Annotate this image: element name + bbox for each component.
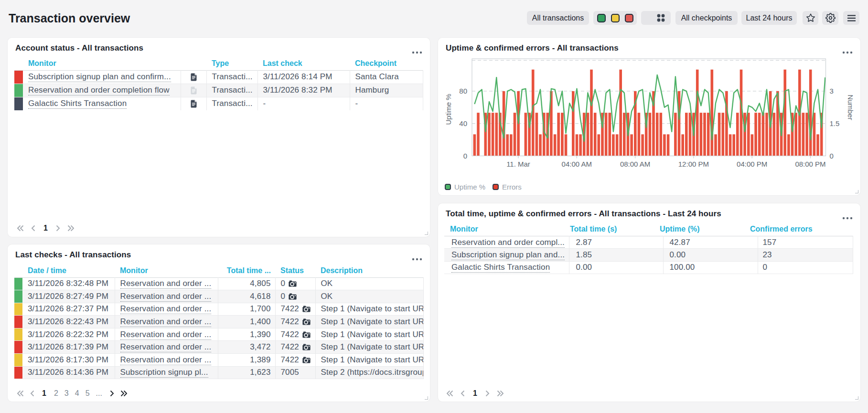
- svg-text:3: 3: [830, 87, 834, 95]
- svg-text:0: 0: [830, 152, 834, 160]
- svg-text:04:00 AM: 04:00 AM: [562, 160, 592, 168]
- svg-text:08:00 AM: 08:00 AM: [620, 160, 650, 168]
- svg-text:40: 40: [459, 119, 467, 127]
- svg-text:Number: Number: [847, 95, 855, 120]
- svg-text:11. Mar: 11. Mar: [506, 160, 530, 168]
- svg-text:1.5: 1.5: [830, 119, 840, 127]
- svg-text:Uptime %: Uptime %: [444, 94, 452, 125]
- svg-text:0: 0: [463, 152, 467, 160]
- svg-text:08:00 PM: 08:00 PM: [795, 160, 825, 168]
- svg-text:04:00 PM: 04:00 PM: [737, 160, 767, 168]
- svg-text:80: 80: [459, 87, 467, 95]
- svg-text:12:00 PM: 12:00 PM: [678, 160, 709, 168]
